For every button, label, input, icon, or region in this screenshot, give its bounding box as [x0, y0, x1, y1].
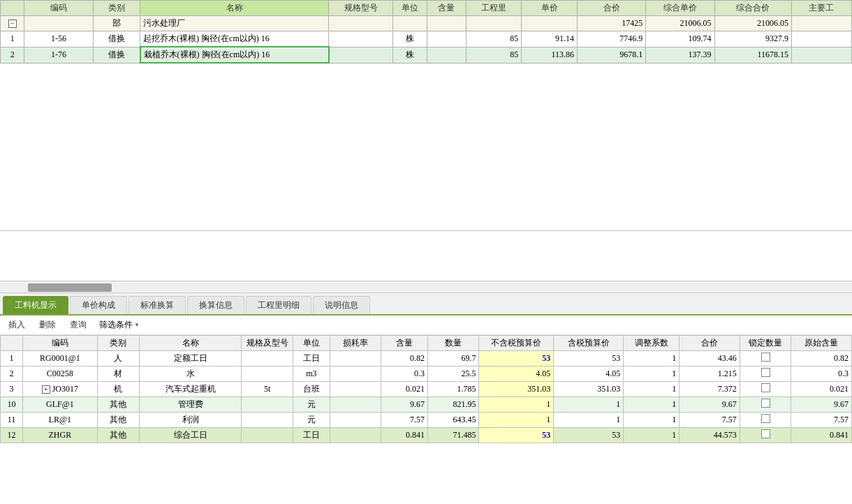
cell-lock[interactable]: [740, 351, 791, 366]
cell-type: 人: [97, 351, 139, 366]
cell-notax: 53: [479, 351, 554, 366]
bth-notax: 不含税预算价: [479, 336, 554, 351]
cell-type: 部: [93, 16, 140, 31]
minus-icon[interactable]: −: [8, 20, 17, 28]
th-content: 含量: [427, 1, 466, 16]
cell-lock[interactable]: [740, 413, 791, 428]
cell-spec: [329, 31, 393, 47]
lock-checkbox[interactable]: [761, 399, 770, 408]
table-row[interactable]: 3 + JO3017 机 汽车式起重机 5t 台班 0.021 1.785 35…: [1, 382, 852, 397]
cell-comptotal: 9327.9: [714, 31, 791, 47]
cell-type: 其他: [97, 413, 139, 428]
cell-type: 其他: [97, 397, 139, 413]
tab-biaozhun[interactable]: 标准换算: [128, 296, 186, 314]
insert-button[interactable]: 插入: [4, 318, 29, 332]
cell-total: 7746.9: [578, 31, 646, 47]
scroll-thumb[interactable]: [28, 283, 112, 292]
table-row[interactable]: 1 RG0001@1 人 定额工日 工日 0.82 69.7 53 53 1 4…: [1, 351, 852, 366]
cell-content: [427, 16, 466, 31]
th-comprice: 综合单价: [646, 1, 714, 16]
cell-orig: 9.67: [791, 397, 852, 413]
cell-qty: 25.5: [428, 366, 479, 382]
tab-gongke[interactable]: 工料机显示: [3, 296, 68, 314]
cell-num: 12: [1, 428, 23, 443]
cell-adj: 1: [624, 413, 680, 428]
cell-num: −: [1, 16, 24, 31]
cell-content: 0.021: [381, 382, 428, 397]
cell-price: 113.86: [522, 47, 578, 63]
cell-notax: 53: [479, 428, 554, 443]
cell-name: 栽植乔木(裸根) 胸径(在cm以内) 16: [140, 47, 329, 63]
lock-checkbox[interactable]: [761, 383, 770, 392]
cell-qty: 821.95: [428, 397, 479, 413]
cell-content: 7.57: [381, 413, 428, 428]
cell-code: GLF@1: [23, 397, 98, 413]
table-row[interactable]: 12 ZHGR 其他 综合工日 工日 0.841 71.485 53 53 1 …: [1, 428, 852, 443]
cell-comprice: 137.39: [646, 47, 714, 63]
cell-type: 借换: [93, 31, 140, 47]
table-row[interactable]: 11 LR@1 其他 利润 元 7.57 643.45 1 1 1 7.57 7…: [1, 413, 852, 428]
cell-lock[interactable]: [740, 382, 791, 397]
cell-num: 1: [1, 31, 24, 47]
cell-type: 借换: [93, 47, 140, 63]
cell-qty: 71.485: [428, 428, 479, 443]
cell-lock[interactable]: [740, 366, 791, 382]
cell-withtax: 1: [554, 397, 624, 413]
filter-button[interactable]: 筛选条件 ▼: [96, 318, 142, 332]
cell-unit: 株: [393, 47, 427, 63]
delete-button[interactable]: 删除: [35, 318, 60, 332]
cell-loss: [330, 366, 381, 382]
cell-lock[interactable]: [740, 397, 791, 413]
plus-icon[interactable]: +: [42, 385, 50, 394]
cell-total: 9678.1: [578, 47, 646, 63]
th-code: 编码: [24, 1, 93, 16]
cell-loss: [330, 428, 381, 443]
cell-withtax: 4.05: [554, 366, 624, 382]
cell-lock[interactable]: [740, 428, 791, 443]
cell-loss: [330, 351, 381, 366]
tab-danjia[interactable]: 单价构成: [70, 296, 127, 314]
table-row[interactable]: − 部 污水处理厂 17425 21006.05 21006.05: [1, 16, 852, 31]
cell-price: [522, 16, 578, 31]
tab-shuoming[interactable]: 说明信息: [313, 296, 370, 314]
cell-name: 水: [139, 366, 242, 382]
table-row[interactable]: 2 C00258 材 水 m3 0.3 25.5 4.05 4.05 1 1.2…: [1, 366, 852, 382]
lock-checkbox[interactable]: [761, 414, 770, 423]
bth-withtax: 含税预算价: [554, 336, 624, 351]
cell-num: 10: [1, 397, 23, 413]
cell-num: 3: [1, 382, 23, 397]
table-row[interactable]: 1 1-56 借换 起挖乔木(裸根) 胸径(在cm以内) 16 株 85 91.…: [1, 31, 852, 47]
cell-content: 0.3: [381, 366, 428, 382]
cell-withtax: 1: [554, 413, 624, 428]
bth-code: 编码: [23, 336, 98, 351]
cell-total: 17425: [578, 16, 646, 31]
cell-orig: 0.3: [791, 366, 852, 382]
tab-gongcheng[interactable]: 工程里明细: [246, 296, 311, 314]
th-name: 名称: [140, 1, 329, 16]
cell-adj: 1: [624, 382, 680, 397]
lock-checkbox[interactable]: [761, 368, 770, 377]
bth-orig: 原始含量: [791, 336, 852, 351]
table-row[interactable]: 2 1-76 借换 栽植乔木(裸根) 胸径(在cm以内) 16 株 85 113…: [1, 47, 852, 63]
cell-notax: 1: [479, 413, 554, 428]
tab-huansuan[interactable]: 换算信息: [187, 296, 244, 314]
th-spec: 规格型号: [329, 1, 393, 16]
bth-total: 合价: [680, 336, 740, 351]
th-num: [1, 1, 24, 16]
cell-spec: [242, 397, 293, 413]
table-row[interactable]: 10 GLF@1 其他 管理费 元 9.67 821.95 1 1 1 9.67…: [1, 397, 852, 413]
bottom-section: 编码 类别 名称 规格及型号 单位 损耗率 含量 数量 不含税预算价 含税预算价…: [0, 335, 852, 443]
cell-main: [791, 47, 851, 63]
cell-spec: [329, 16, 393, 31]
lock-checkbox[interactable]: [761, 429, 770, 438]
cell-code: C00258: [23, 366, 98, 382]
th-price: 单价: [522, 1, 578, 16]
bottom-table: 编码 类别 名称 规格及型号 单位 损耗率 含量 数量 不含税预算价 含税预算价…: [0, 335, 852, 443]
cell-content: [427, 47, 466, 63]
horizontal-scrollbar[interactable]: [0, 281, 852, 293]
cell-spec: [242, 366, 293, 382]
cell-total: 44.573: [680, 428, 740, 443]
query-button[interactable]: 查询: [66, 318, 91, 332]
lock-checkbox[interactable]: [761, 353, 770, 362]
cell-content: 0.841: [381, 428, 428, 443]
